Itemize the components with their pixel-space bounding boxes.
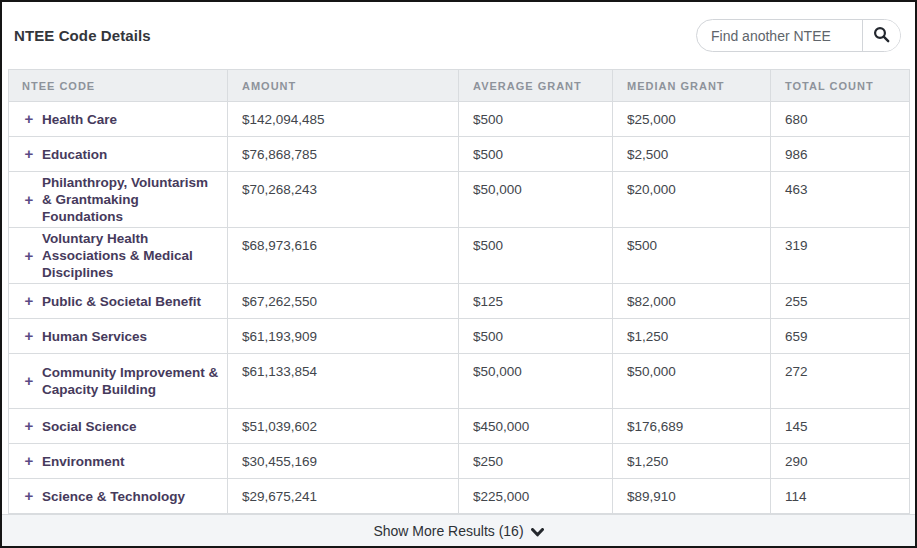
amount-cell: $30,455,169 bbox=[228, 444, 459, 479]
median-grant-cell: $1,250 bbox=[613, 319, 771, 354]
table-row: +Public & Societal Benefit $67,262,550 $… bbox=[9, 284, 910, 319]
expand-plus-icon[interactable]: + bbox=[22, 374, 36, 388]
amount-cell: $67,262,550 bbox=[228, 284, 459, 319]
table-row: +Community Improvement & Capacity Buildi… bbox=[9, 354, 910, 409]
show-more-label: Show More Results (16) bbox=[373, 523, 523, 539]
average-grant-cell: $50,000 bbox=[459, 172, 613, 228]
amount-cell: $61,193,909 bbox=[228, 319, 459, 354]
median-grant-cell: $82,000 bbox=[613, 284, 771, 319]
table-row: +Environment $30,455,169 $250 $1,250 290 bbox=[9, 444, 910, 479]
ntee-code-cell: +Voluntary Health Associations & Medical… bbox=[9, 228, 228, 284]
table-header-row: NTEE CODE AMOUNT AVERAGE GRANT MEDIAN GR… bbox=[9, 70, 910, 102]
expand-plus-icon[interactable]: + bbox=[22, 112, 36, 126]
column-header-ntee-code: NTEE CODE bbox=[9, 70, 228, 102]
median-grant-cell: $500 bbox=[613, 228, 771, 284]
median-grant-cell: $25,000 bbox=[613, 102, 771, 137]
expand-plus-icon[interactable]: + bbox=[22, 294, 36, 308]
amount-cell: $61,133,854 bbox=[228, 354, 459, 409]
average-grant-cell: $500 bbox=[459, 228, 613, 284]
expand-plus-icon[interactable]: + bbox=[22, 419, 36, 433]
total-count-cell: 659 bbox=[771, 319, 910, 354]
ntee-code-cell: +Public & Societal Benefit bbox=[9, 284, 228, 319]
topbar: NTEE Code Details bbox=[2, 2, 915, 69]
expand-plus-icon[interactable]: + bbox=[22, 489, 36, 503]
ntee-code-link[interactable]: Environment bbox=[42, 453, 125, 470]
average-grant-cell: $500 bbox=[459, 102, 613, 137]
ntee-code-cell: +Community Improvement & Capacity Buildi… bbox=[9, 354, 228, 409]
expand-plus-icon[interactable]: + bbox=[22, 249, 36, 263]
ntee-code-cell: +Education bbox=[9, 137, 228, 172]
column-header-median-grant: MEDIAN GRANT bbox=[613, 70, 771, 102]
amount-cell: $76,868,785 bbox=[228, 137, 459, 172]
table-row: +Education $76,868,785 $500 $2,500 986 bbox=[9, 137, 910, 172]
table-row: +Voluntary Health Associations & Medical… bbox=[9, 228, 910, 284]
ntee-code-cell: +Social Science bbox=[9, 409, 228, 444]
ntee-code-cell: +Environment bbox=[9, 444, 228, 479]
total-count-cell: 114 bbox=[771, 479, 910, 514]
median-grant-cell: $50,000 bbox=[613, 354, 771, 409]
total-count-cell: 680 bbox=[771, 102, 910, 137]
total-count-cell: 290 bbox=[771, 444, 910, 479]
table-row: +Science & Technology $29,675,241 $225,0… bbox=[9, 479, 910, 514]
search-button[interactable] bbox=[863, 20, 900, 51]
average-grant-cell: $500 bbox=[459, 137, 613, 172]
table-row: +Philanthropy, Voluntarism & Grantmaking… bbox=[9, 172, 910, 228]
column-header-amount: AMOUNT bbox=[228, 70, 459, 102]
ntee-code-link[interactable]: Human Services bbox=[42, 328, 147, 345]
average-grant-cell: $450,000 bbox=[459, 409, 613, 444]
ntee-details-panel: NTEE Code Details NTEE CODE AMOUNT A bbox=[0, 0, 917, 548]
expand-plus-icon[interactable]: + bbox=[22, 193, 36, 207]
expand-plus-icon[interactable]: + bbox=[22, 329, 36, 343]
total-count-cell: 463 bbox=[771, 172, 910, 228]
amount-cell: $51,039,602 bbox=[228, 409, 459, 444]
median-grant-cell: $89,910 bbox=[613, 479, 771, 514]
average-grant-cell: $250 bbox=[459, 444, 613, 479]
ntee-code-link[interactable]: Health Care bbox=[42, 111, 117, 128]
amount-cell: $68,973,616 bbox=[228, 228, 459, 284]
ntee-code-cell: +Science & Technology bbox=[9, 479, 228, 514]
average-grant-cell: $500 bbox=[459, 319, 613, 354]
ntee-search-box bbox=[696, 19, 901, 52]
median-grant-cell: $2,500 bbox=[613, 137, 771, 172]
amount-cell: $142,094,485 bbox=[228, 102, 459, 137]
ntee-code-link[interactable]: Science & Technology bbox=[42, 488, 185, 505]
ntee-code-cell: +Human Services bbox=[9, 319, 228, 354]
ntee-code-link[interactable]: Community Improvement & Capacity Buildin… bbox=[42, 364, 221, 398]
amount-cell: $29,675,241 bbox=[228, 479, 459, 514]
table-row: +Social Science $51,039,602 $450,000 $17… bbox=[9, 409, 910, 444]
total-count-cell: 145 bbox=[771, 409, 910, 444]
column-header-total-count: TOTAL COUNT bbox=[771, 70, 910, 102]
page-title: NTEE Code Details bbox=[14, 27, 151, 44]
magnifier-icon bbox=[873, 26, 890, 46]
total-count-cell: 319 bbox=[771, 228, 910, 284]
ntee-code-link[interactable]: Voluntary Health Associations & Medical … bbox=[42, 230, 221, 281]
column-header-average-grant: AVERAGE GRANT bbox=[459, 70, 613, 102]
search-input[interactable] bbox=[697, 20, 862, 51]
table-row: +Human Services $61,193,909 $500 $1,250 … bbox=[9, 319, 910, 354]
ntee-code-cell: +Health Care bbox=[9, 102, 228, 137]
chevron-down-icon bbox=[531, 526, 544, 537]
average-grant-cell: $125 bbox=[459, 284, 613, 319]
ntee-code-link[interactable]: Philanthropy, Voluntarism & Grantmaking … bbox=[42, 174, 221, 225]
median-grant-cell: $176,689 bbox=[613, 409, 771, 444]
total-count-cell: 272 bbox=[771, 354, 910, 409]
average-grant-cell: $50,000 bbox=[459, 354, 613, 409]
expand-plus-icon[interactable]: + bbox=[22, 454, 36, 468]
amount-cell: $70,268,243 bbox=[228, 172, 459, 228]
ntee-table: NTEE CODE AMOUNT AVERAGE GRANT MEDIAN GR… bbox=[8, 69, 910, 514]
show-more-results-button[interactable]: Show More Results (16) bbox=[2, 514, 915, 547]
expand-plus-icon[interactable]: + bbox=[22, 147, 36, 161]
median-grant-cell: $20,000 bbox=[613, 172, 771, 228]
total-count-cell: 255 bbox=[771, 284, 910, 319]
table-row: +Health Care $142,094,485 $500 $25,000 6… bbox=[9, 102, 910, 137]
ntee-code-link[interactable]: Public & Societal Benefit bbox=[42, 293, 201, 310]
total-count-cell: 986 bbox=[771, 137, 910, 172]
average-grant-cell: $225,000 bbox=[459, 479, 613, 514]
ntee-code-link[interactable]: Social Science bbox=[42, 418, 137, 435]
median-grant-cell: $1,250 bbox=[613, 444, 771, 479]
ntee-code-cell: +Philanthropy, Voluntarism & Grantmaking… bbox=[9, 172, 228, 228]
ntee-code-link[interactable]: Education bbox=[42, 146, 107, 163]
